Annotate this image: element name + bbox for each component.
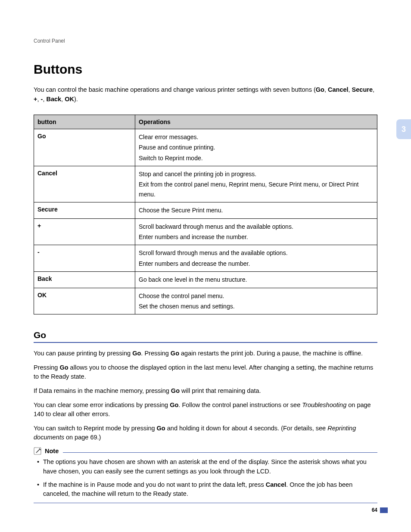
buttons-table: button Operations Go Clear error message… xyxy=(34,115,377,315)
table-row: OK Choose the control panel menu.Set the… xyxy=(34,288,377,314)
paragraph: You can pause printing by pressing Go. P… xyxy=(34,349,377,358)
paragraph: Pressing Go allows you to choose the dis… xyxy=(34,363,377,381)
table-row: + Scroll backward through menus and the … xyxy=(34,218,377,245)
page-title: Buttons xyxy=(34,62,377,77)
paragraph: If Data remains in the machine memory, p… xyxy=(34,386,377,395)
table-row: Back Go back one level in the menu struc… xyxy=(34,272,377,288)
section-heading-go: Go xyxy=(34,330,377,343)
th-operations: Operations xyxy=(135,115,377,129)
note-item: The options you have chosen are shown wi… xyxy=(37,457,377,476)
page-number: 64 xyxy=(372,507,377,513)
chapter-tab[interactable]: 3 xyxy=(396,119,411,139)
note-icon xyxy=(34,447,43,455)
page-accent-bar xyxy=(380,507,388,513)
note-title: Note xyxy=(45,448,59,454)
note-block: Note The options you have chosen are sho… xyxy=(34,447,377,503)
paragraph: You can switch to Reprint mode by pressi… xyxy=(34,424,377,442)
table-row: Secure Choose the Secure Print menu. xyxy=(34,202,377,218)
table-row: Go Clear error messages.Pause and contin… xyxy=(34,129,377,166)
table-row: - Scroll forward through menus and the a… xyxy=(34,245,377,272)
paragraph: You can clear some error indications by … xyxy=(34,401,377,419)
breadcrumb: Control Panel xyxy=(34,38,377,44)
intro-paragraph: You can control the basic machine operat… xyxy=(34,85,377,104)
note-item: If the machine is in Pause mode and you … xyxy=(37,480,377,498)
table-row: Cancel Stop and cancel the printing job … xyxy=(34,166,377,202)
th-button: button xyxy=(34,115,135,129)
